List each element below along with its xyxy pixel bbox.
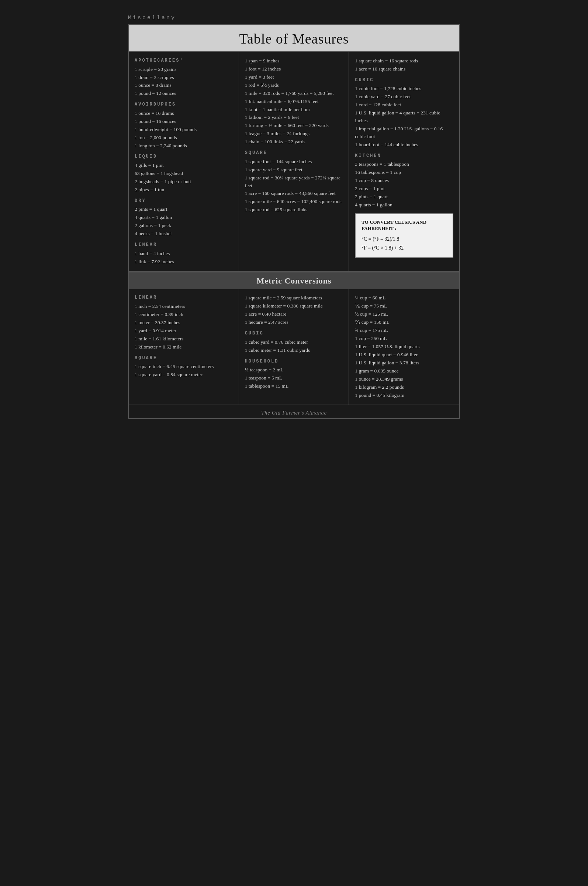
m-square-header: SQUARE	[135, 355, 233, 362]
m-area-4: 1 hectare = 2.47 acres	[245, 319, 343, 326]
m-cup-3: ½ cup = 125 mL	[355, 310, 453, 318]
c2-sq-6: 1 square rod = 625 square links	[245, 206, 343, 214]
c3-kit-4: 2 cups = 1 pint	[355, 185, 453, 193]
c2-lin-11: 1 chain = 100 links = 22 yards	[245, 138, 343, 146]
m-cup-4: ⅔ cup = 150 mL	[355, 319, 453, 326]
m-area-2: 1 square kilometer = 0.386 square mile	[245, 302, 343, 310]
c2-sq-5: 1 square mile = 640 acres = 102,400 squa…	[245, 198, 343, 206]
bottom-section: LINEAR 1 inch = 2.54 centimeters 1 centi…	[129, 289, 459, 405]
dry-4: 4 pecks = 1 bushel	[135, 230, 233, 238]
liq-1: 4 gills = 1 pint	[135, 162, 233, 170]
celsius-formula-1: °C = (°F – 32)/1.8	[362, 235, 447, 244]
kitchen-header: KITCHEN	[355, 152, 453, 159]
c3-kit-6: 4 quarts = 1 gallon	[355, 201, 453, 209]
metric-col1: LINEAR 1 inch = 2.54 centimeters 1 centi…	[129, 289, 239, 405]
c3-kit-2: 16 tablespoons = 1 cup	[355, 169, 453, 176]
m-lin-3: 1 meter = 39.37 inches	[135, 319, 233, 327]
m-conv-2: 1 U.S. liquid quart = 0.946 liter	[355, 351, 453, 359]
m-household-header: HOUSEHOLD	[245, 358, 343, 365]
m-cup-5: ¾ cup = 175 mL	[355, 327, 453, 334]
c3-land-1: 1 square chain = 16 square rods	[355, 57, 453, 65]
c2-lin-10: 1 league = 3 miles = 24 furlongs	[245, 130, 343, 138]
c2-lin-9: 1 furlong = ⅛ mile = 660 feet = 220 yard…	[245, 122, 343, 129]
m-lin-6: 1 kilometer = 0.62 mile	[135, 343, 233, 351]
dry-header: DRY	[135, 197, 233, 205]
apo-3: 1 ounce = 8 drams	[135, 81, 233, 89]
metric-col2: 1 square mile = 2.59 square kilometers 1…	[239, 289, 350, 405]
avo-3: 1 hundredweight = 100 pounds	[135, 126, 233, 134]
liq-2: 63 gallons = 1 hogshead	[135, 170, 233, 178]
c3-kit-5: 2 pints = 1 quart	[355, 193, 453, 201]
avo-4: 1 ton = 2,000 pounds	[135, 134, 233, 142]
dry-2: 4 quarts = 1 gallon	[135, 214, 233, 221]
c2-lin-6: 1 Int. nautical mile = 6,076.1155 feet	[245, 98, 343, 105]
celsius-title: TO CONVERT CELSIUS AND FAHRENHEIT :	[362, 219, 447, 232]
m-lin-4: 1 yard = 0.914 meter	[135, 327, 233, 335]
liq-4: 2 pipes = 1 tun	[135, 186, 233, 194]
c3-cub-1: 1 cubic foot = 1,728 cubic inches	[355, 85, 453, 93]
m-hh-3: 1 tablespoon = 15 mL	[245, 382, 343, 390]
c2-sq-3: 1 square rod = 30¼ square yards = 272¼ s…	[245, 174, 343, 190]
m-area-3: 1 acre = 0.40 hectare	[245, 310, 343, 318]
m-cup-6: 1 cup = 250 mL	[355, 335, 453, 343]
m-cubic-header: CUBIC	[245, 330, 343, 337]
col2: 1 span = 9 inches 1 foot = 12 inches 1 y…	[239, 52, 350, 271]
m-cup-1: ¼ cup = 60 mL	[355, 294, 453, 302]
liq-3: 2 hogsheads = 1 pipe or butt	[135, 178, 233, 186]
m-hh-2: 1 teaspoon = 5 mL	[245, 375, 343, 382]
main-title: Table of Measures	[129, 31, 459, 47]
cubic-header: CUBIC	[355, 77, 453, 84]
m-conv-6: 1 kilogram = 2.2 pounds	[355, 384, 453, 391]
col1: APOTHECARIES' 1 scruple = 20 grains 1 dr…	[129, 52, 239, 271]
m-lin-1: 1 inch = 2.54 centimeters	[135, 303, 233, 310]
dry-1: 2 pints = 1 quart	[135, 206, 233, 214]
m-lin-2: 1 centimeter = 0.39 inch	[135, 311, 233, 319]
lin-2: 1 link = 7.92 inches	[135, 258, 233, 266]
apo-2: 1 dram = 3 scruples	[135, 74, 233, 81]
c2-lin-8: 1 fathom = 2 yards = 6 feet	[245, 114, 343, 122]
footer: The Old Farmer's Almanac	[129, 405, 459, 418]
lin-1: 1 hand = 4 inches	[135, 250, 233, 258]
avo-2: 1 pound = 16 ounces	[135, 118, 233, 125]
col3: 1 square chain = 16 square rods 1 acre =…	[349, 52, 459, 271]
m-sq-2: 1 square yard = 0.84 square meter	[135, 371, 233, 379]
metric-title: Metric Conversions	[129, 276, 459, 286]
c3-land-2: 1 acre = 10 square chains	[355, 65, 453, 73]
section-label: Miscellany	[128, 15, 460, 21]
celsius-formula-2: °F = (°C × 1.8) + 32	[362, 244, 447, 253]
c3-kit-1: 3 teaspoons = 1 tablespoon	[355, 161, 453, 168]
linear-header: LINEAR	[135, 241, 233, 248]
m-hh-1: ½ teaspoon = 2 mL	[245, 366, 343, 374]
metric-col3: ¼ cup = 60 mL ⅓ cup = 75 mL ½ cup = 125 …	[349, 289, 459, 405]
square-header: SQUARE	[245, 149, 343, 156]
m-cub-1: 1 cubic yard = 0.76 cubic meter	[245, 338, 343, 346]
m-conv-7: 1 pound = 0.45 kilogram	[355, 392, 453, 399]
c2-sq-1: 1 square foot = 144 square inches	[245, 158, 343, 166]
liquid-header: LIQUID	[135, 153, 233, 160]
m-conv-5: 1 ounce = 28.349 grams	[355, 375, 453, 383]
c2-sq-4: 1 acre = 160 square rods = 43,560 square…	[245, 190, 343, 197]
c2-lin-5: 1 mile = 320 rods = 1,760 yards = 5,280 …	[245, 90, 343, 98]
main-header: Table of Measures	[129, 25, 459, 52]
dry-3: 2 gallons = 1 peck	[135, 222, 233, 230]
c3-cub-4: 1 U.S. liquid gallon = 4 quarts = 231 cu…	[355, 109, 453, 125]
apo-1: 1 scruple = 20 grains	[135, 66, 233, 74]
avo-5: 1 long ton = 2,240 pounds	[135, 142, 233, 150]
m-conv-4: 1 gram = 0.035 ounce	[355, 367, 453, 375]
avo-1: 1 ounce = 16 drams	[135, 110, 233, 117]
c2-sq-2: 1 square yard = 9 square feet	[245, 166, 343, 174]
m-cup-2: ⅓ cup = 75 mL	[355, 302, 453, 310]
c3-kit-3: 1 cup = 8 ounces	[355, 177, 453, 185]
c2-lin-1: 1 span = 9 inches	[245, 57, 343, 65]
celsius-box: TO CONVERT CELSIUS AND FAHRENHEIT : °C =…	[355, 214, 453, 258]
c3-cub-2: 1 cubic yard = 27 cubic feet	[355, 93, 453, 101]
metric-header: Metric Conversions	[129, 272, 459, 289]
m-cub-2: 1 cubic meter = 1.31 cubic yards	[245, 347, 343, 354]
m-lin-5: 1 mile = 1.61 kilometers	[135, 335, 233, 343]
m-conv-1: 1 liter = 1.057 U.S. liquid quarts	[355, 343, 453, 351]
m-conv-3: 1 U.S. liquid gallon = 3.78 liters	[355, 359, 453, 367]
page: Miscellany Table of Measures APOTHECARIE…	[128, 15, 460, 419]
m-area-1: 1 square mile = 2.59 square kilometers	[245, 294, 343, 302]
c2-lin-4: 1 rod = 5½ yards	[245, 81, 343, 89]
c3-cub-6: 1 board foot = 144 cubic inches	[355, 141, 453, 149]
